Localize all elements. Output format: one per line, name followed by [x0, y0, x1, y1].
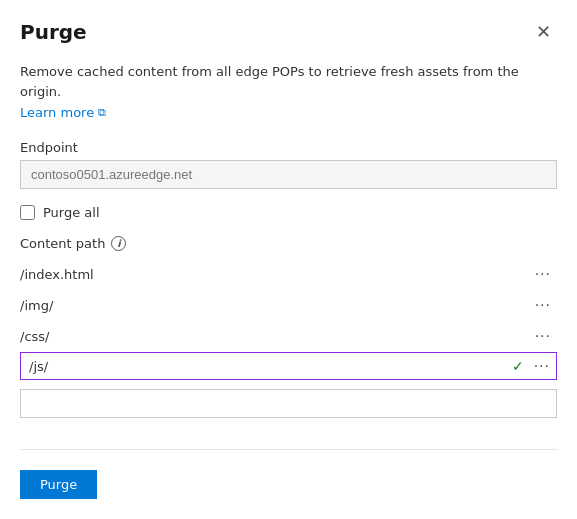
path-row-active: /js/ ✓ ··· — [20, 352, 557, 380]
endpoint-label: Endpoint — [20, 140, 557, 155]
purge-all-label: Purge all — [43, 205, 100, 220]
more-button[interactable]: ··· — [532, 358, 552, 374]
path-value: /index.html — [20, 267, 533, 282]
path-row: /img/ ··· — [20, 290, 557, 321]
purge-dialog: Purge ✕ Remove cached content from all e… — [0, 0, 577, 519]
purge-all-checkbox[interactable] — [20, 205, 35, 220]
path-list: /index.html ··· /img/ ··· /css/ ··· /js/… — [20, 259, 557, 381]
new-path-input[interactable] — [20, 389, 557, 418]
close-button[interactable]: ✕ — [530, 21, 557, 43]
content-path-label: Content path — [20, 236, 105, 251]
path-value: /js/ — [29, 359, 512, 374]
path-row-actions: ··· — [533, 328, 553, 344]
path-row-actions: ··· — [533, 297, 553, 313]
dialog-header: Purge ✕ — [20, 20, 557, 44]
check-icon: ✓ — [512, 358, 524, 374]
info-icon: i — [111, 236, 126, 251]
dialog-title: Purge — [20, 20, 87, 44]
path-value: /img/ — [20, 298, 533, 313]
path-row: /css/ ··· — [20, 321, 557, 352]
learn-more-link[interactable]: Learn more ⧉ — [20, 105, 557, 120]
path-row: /index.html ··· — [20, 259, 557, 290]
description-text: Remove cached content from all edge POPs… — [20, 62, 557, 101]
endpoint-input[interactable] — [20, 160, 557, 189]
path-row-actions: ✓ ··· — [512, 358, 552, 374]
more-button[interactable]: ··· — [533, 266, 553, 282]
path-row-actions: ··· — [533, 266, 553, 282]
learn-more-label: Learn more — [20, 105, 94, 120]
path-value: /css/ — [20, 329, 533, 344]
content-path-header: Content path i — [20, 236, 557, 251]
dialog-footer: Purge — [20, 449, 557, 499]
external-link-icon: ⧉ — [98, 106, 106, 119]
more-button[interactable]: ··· — [533, 328, 553, 344]
more-button[interactable]: ··· — [533, 297, 553, 313]
purge-button[interactable]: Purge — [20, 470, 97, 499]
purge-all-row: Purge all — [20, 205, 557, 220]
